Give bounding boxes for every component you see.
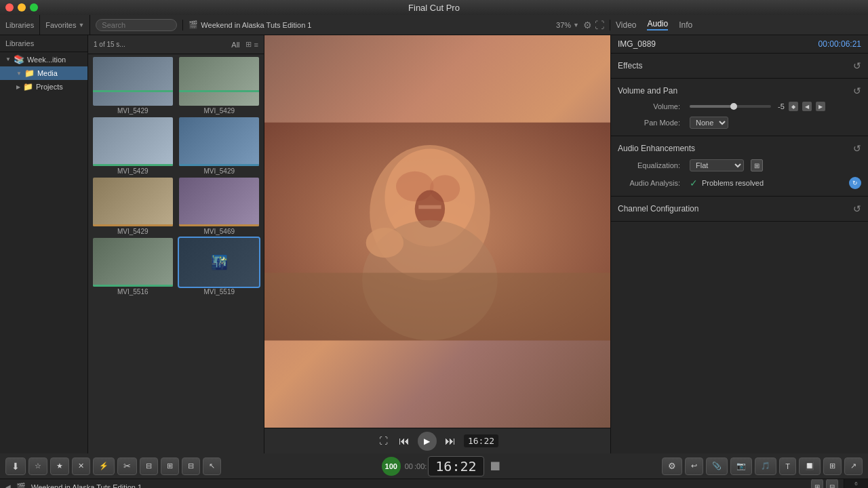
all-label: All bbox=[231, 41, 239, 49]
volume-value: -5 bbox=[778, 102, 785, 110]
select-tool[interactable]: ↖ bbox=[203, 458, 221, 475]
favorite-button[interactable]: ★ bbox=[50, 458, 69, 475]
volume-slider-thumb[interactable] bbox=[730, 103, 737, 110]
preview-header-toolbar: 🎬 Weekend in Alaska Tuts Edition 1 37% ▼… bbox=[182, 20, 610, 30]
thumb-label-6: MVI_5469 bbox=[203, 228, 235, 235]
audio-enhancements-reset[interactable]: ↺ bbox=[853, 143, 861, 154]
enhance-button[interactable]: ⚡ bbox=[93, 458, 115, 475]
settings-icon[interactable]: ⚙ bbox=[583, 20, 592, 30]
rate-button[interactable]: ☆ bbox=[28, 458, 47, 475]
tab-audio[interactable]: Audio bbox=[647, 19, 668, 30]
reject-button[interactable]: ✕ bbox=[72, 458, 90, 475]
volume-next-keyframe[interactable]: ▶ bbox=[816, 102, 825, 111]
thumb-label-8: MVI_5519 bbox=[203, 288, 235, 296]
volume-slider[interactable] bbox=[690, 105, 771, 108]
media-grid: MVI_5429 MVI_5429 MVI_5429 MVI_5429 bbox=[88, 54, 264, 298]
action-toolbar: ⬇ ☆ ★ ✕ ⚡ ✂ ⊟ ⊞ ⊟ ↖ 100 00 :00: 16:22 ⏹ … bbox=[0, 453, 868, 479]
eq-row: Equalization: Flat ⊞ bbox=[611, 157, 868, 174]
close-button[interactable] bbox=[5, 3, 14, 12]
media-thumb-6[interactable]: MVI_5469 bbox=[178, 178, 262, 235]
media-thumb-8[interactable]: 🌃 MVI_5519 bbox=[178, 238, 262, 296]
volume-keyframe-button[interactable]: ◆ bbox=[789, 102, 798, 111]
media-thumb-5[interactable]: MVI_5429 bbox=[91, 178, 175, 235]
inspector-clip-header: IMG_0889 00:00:06:21 bbox=[611, 35, 868, 54]
maximize-button[interactable] bbox=[30, 3, 38, 12]
snippet-btn[interactable]: ⚙ bbox=[662, 458, 682, 475]
media-thumb-1[interactable]: MVI_5429 bbox=[91, 57, 175, 115]
projects-folder-icon: 📁 bbox=[23, 82, 33, 92]
trans-btn[interactable]: ⊞ bbox=[823, 458, 842, 475]
thumb-label-1: MVI_5429 bbox=[117, 107, 149, 115]
timecode-value: 16:22 bbox=[468, 436, 494, 446]
stop-btn[interactable]: ⏹ bbox=[488, 458, 502, 474]
list-view-icon[interactable]: ≡ bbox=[254, 41, 258, 49]
fullscreen-icon[interactable]: ⛶ bbox=[595, 20, 604, 30]
check-icon: ✓ bbox=[690, 178, 698, 188]
zoom-in-btn[interactable]: ⊞ bbox=[811, 479, 823, 488]
effects-reset[interactable]: ↺ bbox=[853, 60, 861, 71]
blade-button[interactable]: ✂ bbox=[117, 458, 137, 475]
audio-btn[interactable]: 🎵 bbox=[755, 458, 776, 475]
media-thumb-7[interactable]: MVI_5516 bbox=[91, 238, 175, 296]
volume-pan-reset[interactable]: ↺ bbox=[853, 85, 861, 96]
fullscreen-button[interactable]: ⛶ bbox=[376, 434, 391, 447]
speed-badge: 100 bbox=[382, 457, 401, 476]
tree-item-projects[interactable]: ▶ 📁 Projects bbox=[0, 80, 87, 94]
transform-button[interactable]: ⊟ bbox=[182, 458, 200, 475]
tab-info[interactable]: Info bbox=[679, 20, 692, 30]
timeline-header: ◀ 🎬 Weekend in Alaska Tuts Edition 1 ⊞ ⊟ bbox=[0, 479, 844, 488]
rewind-button[interactable]: ⏮ bbox=[396, 434, 412, 449]
window-controls[interactable] bbox=[5, 3, 38, 12]
min-label: :00: bbox=[414, 462, 427, 470]
fast-forward-button[interactable]: ⏭ bbox=[442, 434, 458, 449]
tree-item-week[interactable]: ▼ 📚 Week...ition bbox=[0, 52, 87, 66]
play-button[interactable]: ▶ bbox=[418, 432, 437, 451]
left-panel: Libraries ▼ 📚 Week...ition ▼ 📁 Media ▶ 📁… bbox=[0, 35, 88, 453]
audio-analysis-row: Audio Analysis: ✓ Problems resolved ↻ bbox=[611, 174, 868, 192]
tree-projects-arrow: ▶ bbox=[16, 84, 20, 90]
analyze-button[interactable]: ↻ bbox=[849, 177, 861, 189]
volume-slider-fill bbox=[690, 105, 734, 108]
audio-enhancements-header: Audio Enhancements ↺ bbox=[611, 140, 868, 157]
libraries-header: Libraries bbox=[0, 35, 87, 52]
crop-button[interactable]: ⊞ bbox=[161, 458, 179, 475]
trim-button[interactable]: ⊟ bbox=[140, 458, 158, 475]
audio-meter: 6 0 -6 -12 -20 -30 -50 L R bbox=[844, 479, 868, 488]
tree-expand-arrow: ▼ bbox=[5, 56, 11, 62]
grid-view-icon[interactable]: ⊞ bbox=[245, 40, 252, 49]
gen-btn[interactable]: 🔲 bbox=[799, 458, 821, 475]
timecode-full-display: 00 :00: 16:22 bbox=[405, 456, 484, 476]
main-timecode: 16:22 bbox=[428, 456, 484, 476]
tab-video[interactable]: Video bbox=[616, 20, 636, 30]
channel-config-reset[interactable]: ↺ bbox=[853, 203, 861, 214]
media-thumb-4[interactable]: MVI_5429 bbox=[178, 117, 262, 175]
search-input[interactable] bbox=[96, 19, 177, 31]
libraries-section: Libraries bbox=[0, 15, 40, 35]
eq-edit-button[interactable]: ⊞ bbox=[751, 159, 763, 171]
video-content-svg bbox=[264, 35, 610, 428]
photo-btn[interactable]: 📷 bbox=[730, 458, 752, 475]
favorites-section[interactable]: Favorites ▼ bbox=[40, 15, 90, 35]
media-thumb-3[interactable]: MVI_5429 bbox=[91, 117, 175, 175]
timeline-area: ◀ 🎬 Weekend in Alaska Tuts Edition 1 ⊞ ⊟… bbox=[0, 479, 868, 488]
title-btn[interactable]: T bbox=[779, 458, 796, 475]
share-btn[interactable]: ↗ bbox=[844, 458, 863, 475]
timeline-nav-left[interactable]: ◀ bbox=[5, 483, 11, 488]
pan-mode-select[interactable]: None bbox=[690, 117, 728, 129]
volume-prev-keyframe[interactable]: ◀ bbox=[802, 102, 812, 111]
undo-btn[interactable]: ↩ bbox=[685, 458, 703, 475]
title-bar: Final Cut Pro bbox=[0, 0, 868, 15]
clip-btn[interactable]: 📎 bbox=[706, 458, 728, 475]
media-count: 1 of 15 s... bbox=[94, 41, 125, 48]
effects-header: Effects ↺ bbox=[611, 58, 868, 74]
import-button[interactable]: ⬇ bbox=[5, 458, 26, 475]
video-frame bbox=[264, 35, 610, 428]
preview-project-title: Weekend in Alaska Tuts Edition 1 bbox=[201, 21, 311, 29]
media-folder-icon: 📁 bbox=[24, 68, 35, 78]
zoom-out-btn[interactable]: ⊟ bbox=[826, 479, 838, 488]
media-thumb-2[interactable]: MVI_5429 bbox=[178, 57, 262, 115]
preview-area: ⛶ ⏮ ▶ ⏭ 16:22 bbox=[264, 35, 610, 453]
minimize-button[interactable] bbox=[18, 3, 26, 12]
tree-item-media[interactable]: ▼ 📁 Media bbox=[0, 66, 87, 80]
eq-select[interactable]: Flat bbox=[690, 159, 744, 171]
